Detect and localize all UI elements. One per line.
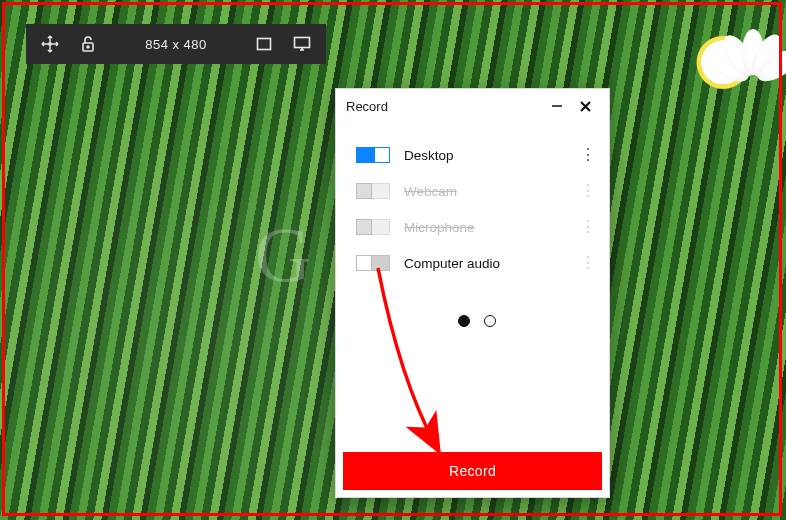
option-desktop: Desktop ⋮: [356, 137, 597, 173]
toggle-desktop[interactable]: [356, 147, 390, 163]
window-mode-icon[interactable]: [248, 28, 280, 60]
option-label: Computer audio: [404, 256, 579, 271]
option-label: Desktop: [404, 148, 579, 163]
option-webcam: Webcam ⋮: [356, 173, 597, 209]
svg-point-0: [49, 43, 52, 46]
toggle-computer-audio[interactable]: [356, 255, 390, 271]
capture-dimensions[interactable]: 854 x 480: [110, 37, 242, 52]
option-computer-audio: Computer audio ⋮: [356, 245, 597, 281]
svg-rect-4: [295, 38, 310, 48]
page-dot-1[interactable]: [458, 315, 470, 327]
move-icon[interactable]: [34, 28, 66, 60]
popup-title: Record: [346, 99, 543, 114]
minimize-button[interactable]: [543, 92, 571, 120]
desktop-background: G 854 x 480: [0, 0, 786, 520]
kebab-icon: ⋮: [579, 185, 597, 197]
option-label: Webcam: [404, 184, 579, 199]
svg-rect-3: [258, 39, 271, 50]
toggle-webcam: [356, 183, 390, 199]
kebab-icon[interactable]: ⋮: [579, 257, 597, 269]
lock-open-icon[interactable]: [72, 28, 104, 60]
record-button[interactable]: Record: [343, 452, 602, 490]
svg-point-2: [87, 46, 89, 48]
page-dot-2[interactable]: [484, 315, 496, 327]
fullscreen-mode-icon[interactable]: [286, 28, 318, 60]
record-popup: Record Desktop ⋮ Webcam ⋮ Microphone: [335, 88, 610, 498]
kebab-icon: ⋮: [579, 221, 597, 233]
watermark: G: [255, 210, 307, 300]
toggle-microphone: [356, 219, 390, 235]
capture-toolbar: 854 x 480: [26, 24, 326, 64]
close-button[interactable]: [571, 92, 599, 120]
popup-titlebar: Record: [336, 89, 609, 123]
popup-content: Desktop ⋮ Webcam ⋮ Microphone ⋮ Computer…: [336, 123, 609, 497]
option-microphone: Microphone ⋮: [356, 209, 597, 245]
pagination-dots: [356, 315, 597, 327]
kebab-icon[interactable]: ⋮: [579, 149, 597, 161]
option-label: Microphone: [404, 220, 579, 235]
